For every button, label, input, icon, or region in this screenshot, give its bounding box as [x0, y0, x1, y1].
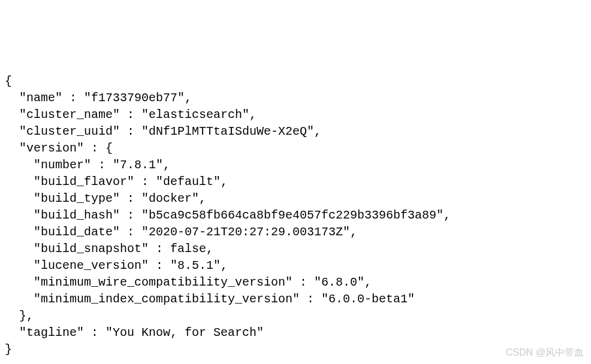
- line-version-open: "version" : {: [5, 141, 113, 155]
- line-build-snapshot: "build_snapshot" : false,: [5, 242, 213, 256]
- line-min-wire: "minimum_wire_compatibility_version" : "…: [5, 275, 372, 289]
- line-tagline: "tagline" : "You Know, for Search": [5, 326, 264, 339]
- line-build-date: "build_date" : "2020-07-21T20:27:29.0031…: [5, 225, 357, 239]
- line-min-index: "minimum_index_compatibility_version" : …: [5, 292, 415, 306]
- json-output: { "name" : "f1733790eb77", "cluster_name…: [5, 73, 586, 358]
- watermark-text: CSDN @风中带血: [506, 346, 584, 359]
- line-open-brace: {: [5, 74, 12, 88]
- line-build-type: "build_type" : "docker",: [5, 192, 206, 205]
- line-cluster-uuid: "cluster_uuid" : "dNf1PlMTTtaISduWe-X2eQ…: [5, 125, 321, 138]
- line-close-brace: }: [5, 342, 12, 356]
- line-version-close: },: [5, 309, 34, 323]
- line-cluster-name: "cluster_name" : "elasticsearch",: [5, 108, 257, 122]
- line-lucene-version: "lucene_version" : "8.5.1",: [5, 259, 228, 272]
- line-build-hash: "build_hash" : "b5ca9c58fb664ca8bf9e4057…: [5, 208, 451, 222]
- line-number: "number" : "7.8.1",: [5, 158, 170, 172]
- line-build-flavor: "build_flavor" : "default",: [5, 175, 228, 189]
- line-name: "name" : "f1733790eb77",: [5, 91, 192, 105]
